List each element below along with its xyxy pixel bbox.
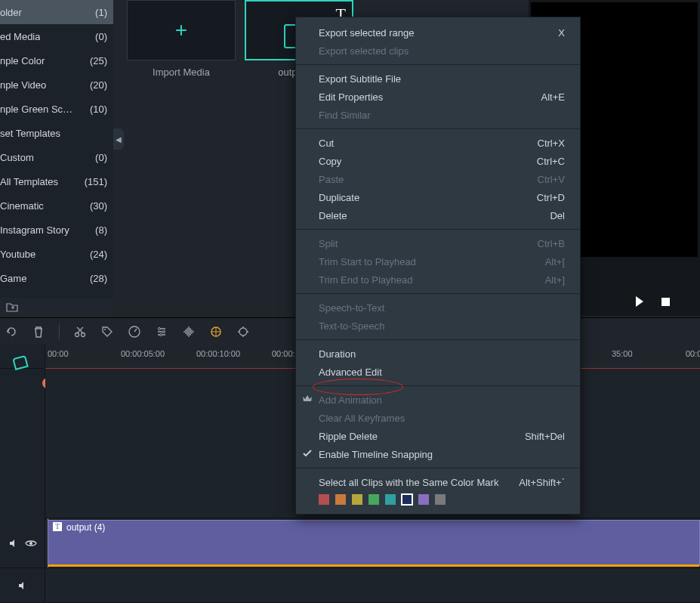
color-swatch[interactable] — [418, 494, 429, 505]
ctx-item[interactable]: Duration — [296, 345, 580, 363]
ctx-item[interactable]: Advanced Edit — [296, 363, 580, 381]
import-media-label: Import Media — [127, 66, 236, 78]
ctx-item-label: Paste — [319, 174, 344, 185]
audio-track-label[interactable] — [0, 568, 45, 603]
stop-button[interactable] — [661, 298, 670, 306]
ctx-item: Find Similar — [296, 106, 580, 124]
timeline-clip[interactable]: T output (4) — [48, 520, 700, 566]
svg-point-1 — [82, 332, 85, 336]
ctx-item-label: Add Animation — [319, 394, 382, 406]
check-icon — [302, 448, 313, 459]
color-swatch[interactable] — [402, 494, 412, 505]
ctx-separator — [296, 339, 580, 340]
undo-button[interactable] — [5, 325, 18, 339]
sidebar-item[interactable]: Game(28) — [0, 266, 113, 290]
ctx-item-label: Delete — [319, 210, 347, 221]
sidebar-item-count: (151) — [85, 176, 107, 187]
ctx-item: Clear All Keyframes — [296, 409, 580, 427]
ctx-item[interactable]: CopyCtrl+C — [296, 152, 580, 170]
ctx-separator — [296, 64, 580, 65]
split-button[interactable] — [73, 325, 87, 339]
sidebar-item[interactable]: Instagram Story(8) — [0, 218, 113, 242]
ruler-tick: 00:00:40:00 — [686, 349, 700, 358]
ctx-item-label: Select all Clips with the Same Color Mar… — [319, 477, 498, 488]
sidebar-item[interactable]: nple Color(25) — [0, 48, 113, 73]
ctx-item-label: Trim Start to Playhead — [319, 256, 416, 267]
color-swatch[interactable] — [335, 494, 346, 505]
sidebar-item-label: ed Media — [0, 31, 40, 42]
sidebar-item-label: nple Video — [0, 79, 46, 91]
ctx-item[interactable]: DuplicateCtrl+D — [296, 188, 580, 206]
ctx-item[interactable]: Ripple DeleteShift+Del — [296, 427, 580, 445]
ctx-item[interactable]: Edit PropertiesAlt+E — [296, 88, 580, 106]
color-swatch[interactable] — [435, 494, 446, 505]
ctx-item[interactable]: CutCtrl+X — [296, 134, 580, 152]
tag-button[interactable] — [100, 325, 114, 339]
ctx-item-shortcut: Ctrl+C — [537, 156, 565, 167]
sidebar-item[interactable]: All Templates(151) — [0, 169, 113, 193]
timeline-clip-label: output (4) — [66, 522, 105, 533]
sidebar-item-label: Cinematic — [0, 200, 44, 212]
crown-icon — [302, 394, 313, 404]
sidebar-item[interactable]: Custom(0) — [0, 145, 113, 169]
ctx-item-label: Copy — [319, 156, 341, 167]
ctx-color-row — [296, 491, 580, 508]
sidebar-item-count: (28) — [90, 273, 107, 284]
import-media-tile[interactable]: + Import Media — [127, 0, 236, 78]
ruler-tick: 00:00:05:00 — [121, 349, 165, 358]
color-button[interactable] — [209, 325, 223, 339]
ruler-tick: 00:00 — [48, 349, 69, 358]
color-swatch[interactable] — [352, 494, 362, 505]
ctx-item-label: Find Similar — [319, 110, 371, 121]
ctx-item: Text-to-Speech — [296, 317, 580, 335]
ruler-tick: 35:00 — [612, 349, 633, 358]
ctx-item-shortcut: Alt+[ — [545, 256, 565, 267]
track-labels — [0, 345, 45, 603]
sidebar-item[interactable]: Cinematic(30) — [0, 193, 113, 218]
ctx-item-label: Trim End to Playhead — [319, 274, 413, 286]
ctx-item[interactable]: Export selected rangeX — [296, 23, 580, 42]
svg-point-6 — [160, 333, 162, 336]
ctx-item: PasteCtrl+V — [296, 170, 580, 188]
sidebar-item[interactable]: nple Video(20) — [0, 73, 113, 97]
sidebar-item-label: nple Green Scre… — [0, 104, 76, 115]
ctx-item[interactable]: Enable Timeline Snapping — [296, 445, 580, 463]
mark-button[interactable] — [236, 325, 250, 339]
color-swatch[interactable] — [319, 494, 329, 505]
adjust-button[interactable] — [155, 325, 168, 339]
sidebar-item[interactable]: older(1) — [0, 0, 113, 24]
speed-button[interactable] — [128, 325, 141, 339]
video-track-label[interactable] — [0, 518, 45, 568]
ctx-item[interactable]: Select all Clips with the Same Color Mar… — [296, 473, 580, 491]
ctx-item[interactable]: DeleteDel — [296, 206, 580, 224]
sidebar: older(1)ed Media(0)nple Color(25)nple Vi… — [0, 0, 113, 316]
sidebar-item-count: (25) — [90, 55, 107, 66]
ctx-item: Trim Start to PlayheadAlt+[ — [296, 252, 580, 271]
color-swatch[interactable] — [385, 494, 396, 505]
ctx-separator — [296, 229, 580, 230]
delete-button[interactable] — [32, 325, 45, 339]
ctx-item: Export selected clips — [296, 42, 580, 60]
sidebar-item-count: (0) — [95, 152, 107, 163]
ctx-item[interactable]: Export Subtitle File — [296, 70, 580, 88]
sidebar-item[interactable]: Youtube(24) — [0, 242, 113, 266]
ctx-separator — [296, 468, 580, 468]
ctx-item-label: Split — [319, 238, 338, 249]
text-clip-icon: T — [53, 522, 62, 531]
audio-button[interactable] — [182, 325, 196, 339]
color-swatch[interactable] — [369, 494, 379, 505]
ctx-item-shortcut: Shift+Del — [525, 431, 565, 442]
sidebar-item-label: Game — [0, 273, 26, 284]
sidebar-item[interactable]: nple Green Scre…(10) — [0, 97, 113, 121]
sidebar-item-label: Instagram Story — [0, 224, 69, 236]
ctx-item-shortcut: Ctrl+X — [538, 138, 565, 149]
sidebar-footer-newfolder[interactable] — [0, 298, 113, 316]
sidebar-item[interactable]: set Templates — [0, 121, 113, 145]
sidebar-item[interactable]: ed Media(0) — [0, 24, 113, 48]
sidebar-collapse-handle[interactable]: ◀ — [113, 128, 124, 150]
sidebar-item-count: (0) — [95, 31, 107, 42]
context-menu: Export selected rangeXExport selected cl… — [295, 17, 581, 515]
play-button[interactable] — [636, 296, 643, 307]
ctx-item-shortcut: Alt+] — [545, 274, 565, 286]
plus-icon: + — [175, 18, 187, 42]
